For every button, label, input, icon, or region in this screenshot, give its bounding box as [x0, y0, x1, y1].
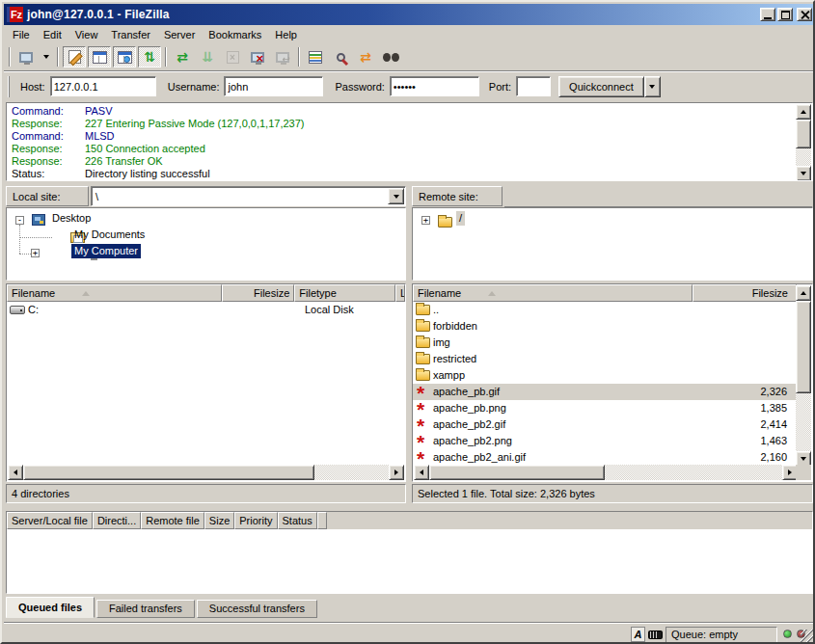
menu-item[interactable]: Bookmarks: [202, 27, 268, 42]
directory-comparison-button[interactable]: [329, 46, 352, 67]
minimize-button[interactable]: [760, 8, 775, 21]
file-icon: [416, 321, 430, 332]
remote-file-row[interactable]: apache_pb.gif 2,326: [413, 384, 797, 400]
remote-file-row[interactable]: img: [413, 335, 797, 351]
disconnect-button[interactable]: [246, 46, 269, 67]
file-type-cell: Local Disk: [301, 302, 404, 318]
local-horizontal-scrollbar[interactable]: [8, 465, 404, 480]
column-header-filename[interactable]: Filename: [413, 284, 693, 302]
title-bar[interactable]: Fz john@127.0.0.1 - FileZilla: [4, 4, 815, 25]
remote-list-header: Filename Filesize: [413, 284, 797, 302]
queue-column-header[interactable]: Priority: [234, 512, 277, 529]
queue-column-header[interactable]: Status: [278, 512, 317, 529]
arrow-left-icon: [420, 470, 423, 475]
toggle-message-log-button[interactable]: [63, 46, 86, 67]
tree-item-root[interactable]: /: [456, 211, 465, 226]
queue-column-header[interactable]: Server/Local file: [7, 512, 93, 529]
menu-item[interactable]: Transfer: [104, 27, 157, 42]
file-icon: [416, 386, 430, 399]
file-size-cell: 2,414: [693, 416, 797, 433]
synchronized-browsing-button[interactable]: ⇄: [354, 46, 377, 67]
minimize-icon: [764, 17, 772, 19]
refresh-button[interactable]: ⇄: [171, 46, 194, 67]
remote-file-row[interactable]: ..: [413, 302, 797, 318]
desktop-icon: [32, 214, 45, 226]
file-icon: [416, 337, 430, 348]
remote-file-row[interactable]: apache_pb2_ani.gif 2,160: [413, 449, 797, 466]
menu-item[interactable]: Server: [157, 27, 202, 42]
resize-grip[interactable]: [801, 630, 814, 643]
queue-column-header[interactable]: Directi...: [93, 512, 141, 529]
scroll-right-button[interactable]: [389, 465, 404, 480]
remote-file-row[interactable]: forbidden: [413, 318, 797, 335]
queue-column-header[interactable]: [317, 512, 327, 529]
column-header-lastmodified[interactable]: L: [395, 284, 405, 302]
local-site-combo[interactable]: \: [91, 186, 406, 206]
username-input[interactable]: [224, 76, 323, 96]
remote-horizontal-scrollbar[interactable]: [414, 465, 798, 480]
file-size-cell: [693, 302, 797, 318]
column-header-filesize[interactable]: Filesize: [693, 284, 797, 302]
remote-file-row[interactable]: apache_pb2.gif 2,414: [413, 416, 797, 433]
scroll-left-button[interactable]: [8, 465, 23, 480]
scrollbar-thumb[interactable]: [796, 120, 811, 148]
queue-tab[interactable]: Failed transfers: [96, 600, 195, 618]
close-icon: [801, 11, 809, 19]
tree-expander[interactable]: +: [31, 249, 40, 257]
menu-item[interactable]: View: [68, 27, 105, 42]
remote-file-row[interactable]: restricted: [413, 351, 797, 367]
tree-item-my-computer[interactable]: My Computer: [71, 244, 141, 258]
file-size-cell: [693, 318, 797, 335]
local-file-row[interactable]: C: Local Disk: [7, 302, 405, 318]
host-input[interactable]: [50, 76, 156, 96]
tree-item-desktop[interactable]: Desktop: [49, 211, 94, 226]
port-input[interactable]: [516, 76, 551, 96]
log-scrollbar[interactable]: [796, 104, 811, 181]
quickconnect-dropdown-button[interactable]: [644, 76, 661, 97]
tree-item-my-documents[interactable]: My Documents: [71, 228, 148, 242]
toggle-transfer-queue-button[interactable]: ⇅: [138, 46, 161, 67]
remote-file-row[interactable]: apache_pb2.png 1,463: [413, 433, 797, 449]
toggle-local-tree-button[interactable]: [88, 46, 111, 67]
combo-dropdown-button[interactable]: [388, 188, 404, 204]
find-files-button[interactable]: [379, 46, 402, 67]
queue-column-header[interactable]: Size: [204, 512, 234, 529]
remote-site-label: Remote site:: [412, 186, 503, 206]
file-name: apache_pb2.gif: [433, 416, 505, 433]
scroll-up-button[interactable]: [796, 285, 811, 301]
maximize-button[interactable]: [777, 8, 793, 21]
scroll-down-button[interactable]: [796, 166, 811, 181]
menu-item[interactable]: File: [6, 27, 37, 42]
column-header-filetype[interactable]: Filetype: [294, 284, 395, 302]
column-header-filesize[interactable]: Filesize: [222, 284, 294, 302]
quickconnect-button[interactable]: Quickconnect: [558, 76, 644, 97]
menu-item[interactable]: Edit: [37, 27, 68, 42]
file-icon: [416, 370, 430, 381]
site-manager-button[interactable]: [14, 46, 38, 67]
column-header-filename[interactable]: Filename: [7, 284, 222, 302]
scroll-up-button[interactable]: [796, 104, 811, 120]
remote-file-row[interactable]: xampp: [413, 367, 797, 384]
log-entry-text: 227 Entering Passive Mode (127,0,0,1,17,…: [85, 118, 304, 130]
local-status-text: 4 directories: [6, 484, 406, 503]
menu-item[interactable]: Help: [268, 27, 304, 42]
scrollbar-thumb[interactable]: [23, 465, 314, 480]
queue-tab[interactable]: Queued files: [6, 597, 95, 618]
file-icon: [416, 418, 430, 432]
toggle-remote-tree-button[interactable]: [113, 46, 136, 67]
password-input[interactable]: [390, 76, 479, 96]
scrollbar-thumb[interactable]: [429, 465, 605, 480]
queue-tab[interactable]: Successful transfers: [197, 600, 317, 618]
scroll-left-button[interactable]: [414, 465, 429, 480]
scrollbar-thumb[interactable]: [796, 301, 811, 393]
tree-expander[interactable]: +: [421, 216, 430, 225]
remote-vertical-scrollbar[interactable]: [796, 285, 811, 467]
process-queue-button[interactable]: ⇊: [196, 46, 219, 67]
remote-file-row[interactable]: apache_pb.png 1,385: [413, 400, 797, 416]
close-button[interactable]: [797, 8, 812, 21]
directory-listing-filters-button[interactable]: [304, 46, 327, 67]
tree-expander[interactable]: -: [15, 216, 24, 225]
queue-column-header[interactable]: Remote file: [141, 512, 204, 529]
site-manager-dropdown-button[interactable]: [40, 46, 53, 67]
log-entry-text: 150 Connection accepted: [85, 143, 205, 155]
